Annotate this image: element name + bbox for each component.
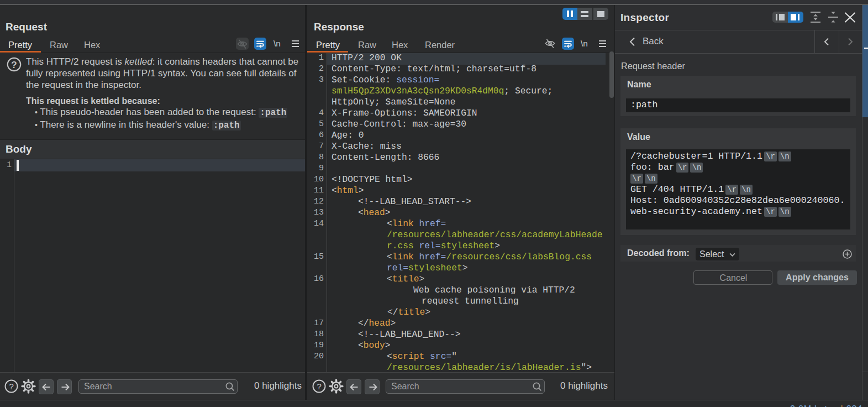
svg-text:?: ? (317, 382, 322, 391)
svg-text:?: ? (9, 382, 14, 391)
svg-text:?: ? (11, 60, 17, 70)
